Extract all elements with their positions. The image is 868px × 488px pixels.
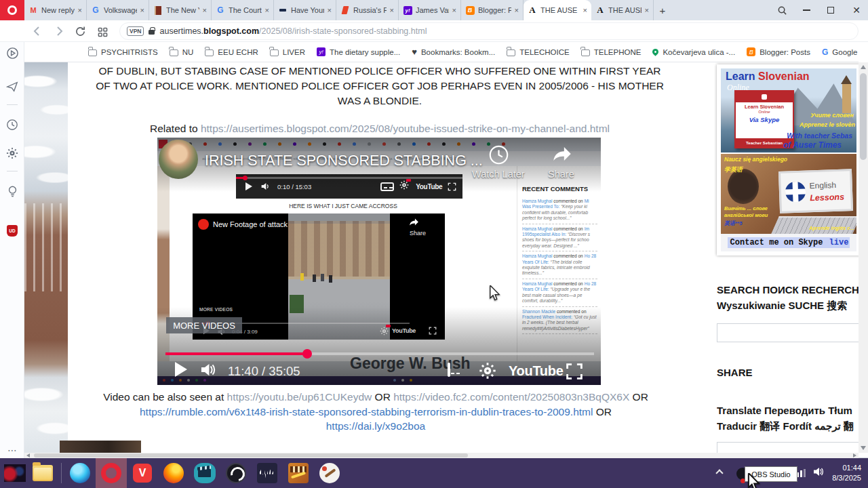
outer-fullscreen-icon[interactable] (566, 363, 583, 380)
tab-close-icon[interactable]: × (583, 6, 587, 14)
back-icon[interactable] (31, 24, 45, 39)
horizontal-scroll-thumb[interactable] (34, 453, 468, 458)
learn-slovenian-ad[interactable]: Learn Slovenian Online Learn Slovenian O… (717, 64, 861, 256)
tab-volkswagen[interactable]: GVolkswage× (87, 0, 149, 20)
rumble-link[interactable]: https://rumble.com/v6x1t48-irish-state-s… (140, 406, 593, 418)
tab-james-van[interactable]: y!James Van× (399, 0, 461, 20)
youtube-link[interactable]: https://youtu.be/up61CUKeydw (227, 391, 372, 403)
tray-chevron-icon[interactable] (711, 470, 728, 476)
tab-close-icon[interactable]: × (203, 6, 207, 14)
share-icon[interactable] (551, 144, 574, 164)
tab-new-yorker[interactable]: The New Y× (149, 0, 212, 20)
taskbar-vivaldi[interactable]: V (127, 458, 158, 488)
tab-the-court[interactable]: GThe Court× (212, 0, 274, 20)
taskbar-media-preview[interactable] (0, 458, 27, 488)
tab-close-icon[interactable]: × (645, 6, 649, 14)
taskbar-audacity[interactable] (252, 458, 283, 488)
outer-progress-knob[interactable] (302, 349, 312, 359)
tab-auser-times-2[interactable]: ATHE AUSE× (591, 0, 654, 20)
scroll-down-icon[interactable] (861, 446, 866, 450)
outer-volume-icon[interactable] (199, 362, 217, 378)
taskbar-edge[interactable] (64, 458, 96, 488)
taskbar-opera-active[interactable] (96, 458, 127, 488)
tab-auser-times-active[interactable]: ATHE AUSE× (524, 0, 591, 20)
tab-russias-fu[interactable]: Russia's Fu× (336, 0, 399, 20)
reload-icon[interactable] (75, 24, 88, 39)
speed-dial-icon[interactable] (98, 24, 111, 39)
bookmark-bookmarks[interactable]: ♥Bookmarks: Bookm... (412, 47, 495, 57)
bookmarks-bar: PSYCHITRISTS NU EEU ECHR LIVER y!The die… (24, 42, 859, 62)
tab-close-icon[interactable]: × (515, 6, 519, 14)
video-channel-avatar[interactable] (159, 140, 198, 179)
fc2-link[interactable]: https://video.fc2.com/content/20250803n3… (393, 391, 629, 403)
opera-menu-button[interactable] (0, 0, 24, 20)
scroll-up-icon[interactable] (861, 65, 866, 69)
player-icon[interactable] (5, 46, 19, 60)
vertical-scrollbar[interactable] (859, 62, 868, 453)
close-button[interactable]: ✕ (845, 0, 868, 20)
taskbar-explorer[interactable] (27, 458, 58, 488)
taskbar-obs[interactable] (220, 458, 252, 488)
tab-close-icon[interactable]: × (328, 6, 332, 14)
tab-close-icon[interactable]: × (452, 6, 456, 14)
bookmark-blogger-posts[interactable]: BBlogger: Posts (747, 47, 810, 56)
my-flow-icon[interactable] (5, 80, 19, 94)
tab-blogger[interactable]: BBlogger: P× (461, 0, 524, 20)
vertical-scroll-thumb[interactable] (860, 73, 867, 160)
search-tabs-icon[interactable] (772, 0, 792, 20)
dailymotion-link[interactable]: https://dai.ly/x9o2boa (326, 420, 426, 432)
sidebar-more-icon[interactable]: ⋯ (5, 443, 19, 457)
bookmark-folder-psychitrists[interactable]: PSYCHITRISTS (88, 48, 158, 56)
lightbulb-icon[interactable] (5, 184, 19, 198)
video-title[interactable]: IRISH STATE SPONSORED STABBING ... (205, 152, 483, 169)
outer-captions-icon[interactable] (448, 363, 450, 377)
maximize-button[interactable] (819, 0, 842, 20)
share-label[interactable]: Share (548, 169, 574, 180)
share-label[interactable]: Share (410, 230, 426, 237)
related-link[interactable]: https://ausertimes.blogspot.com/2025/08/… (201, 123, 610, 134)
bookmark-folder-telechoice[interactable]: TELECHOICE (507, 48, 570, 56)
history-clock-icon[interactable] (5, 118, 19, 131)
bookmark-folder-liver[interactable]: LIVER (270, 48, 305, 56)
tab-close-icon[interactable]: × (390, 6, 394, 14)
outer-play-icon[interactable] (175, 362, 187, 377)
watch-later-label[interactable]: Watch Later (472, 169, 525, 180)
bookmark-folder-telephone[interactable]: TELEPHONE (581, 48, 642, 56)
horizontal-scrollbar[interactable] (24, 453, 859, 458)
tab-close-icon[interactable]: × (265, 6, 269, 14)
minimize-button[interactable] (795, 0, 818, 20)
settings-gear-icon[interactable] (5, 146, 19, 160)
tab-close-icon[interactable]: × (140, 6, 144, 14)
bookmark-google[interactable]: GGoogle (822, 47, 857, 57)
scroll-left-icon[interactable] (26, 453, 30, 458)
volume-icon[interactable] (812, 466, 825, 480)
outer-youtube-logo[interactable]: YouTube (509, 363, 563, 379)
new-tab-button[interactable]: + (654, 0, 671, 20)
bookmark-maps[interactable]: Kočevarjeva ulica -... (652, 48, 735, 56)
watch-later-icon[interactable] (488, 144, 509, 165)
ublock-shield-icon[interactable]: UD (5, 224, 19, 237)
bookmark-folder-nu[interactable]: NU (170, 48, 194, 56)
lock-icon[interactable] (149, 30, 155, 35)
taskbar-paint[interactable] (314, 458, 345, 488)
taskbar-video-editor[interactable] (283, 458, 314, 488)
channel-avatar[interactable] (198, 219, 209, 230)
share-icon[interactable] (408, 217, 420, 227)
blog-search-input[interactable] (717, 323, 868, 342)
tray-clock[interactable]: 01:448/3/2025 (829, 463, 868, 483)
ad-text-pl: Naucz się angielskiego (724, 156, 787, 163)
taskbar-movie-app[interactable] (189, 458, 220, 488)
taskbar-firefox[interactable] (158, 458, 189, 488)
embedded-video-player[interactable]: ausertimes.blogspot.com/2025/08/youtube-… (157, 138, 601, 385)
url-field[interactable]: VPN ausertimes.blogspot.com/2025/08/iris… (119, 22, 859, 40)
bookmark-dietary[interactable]: y!The dietary supple... (317, 47, 400, 56)
tab-have-your[interactable]: Have Your× (274, 0, 336, 20)
ad-contact-band[interactable]: Contact me on Skype live (721, 234, 856, 251)
bookmark-folder-eeu-echr[interactable]: EEU ECHR (205, 48, 258, 56)
forward-icon[interactable] (53, 24, 66, 39)
tab-close-icon[interactable]: × (78, 6, 82, 14)
outer-settings-gear-icon[interactable] (479, 362, 496, 382)
tab-new-reply[interactable]: MNew reply× (24, 0, 87, 20)
scroll-right-icon[interactable] (853, 453, 856, 458)
vpn-badge[interactable]: VPN (127, 26, 144, 36)
